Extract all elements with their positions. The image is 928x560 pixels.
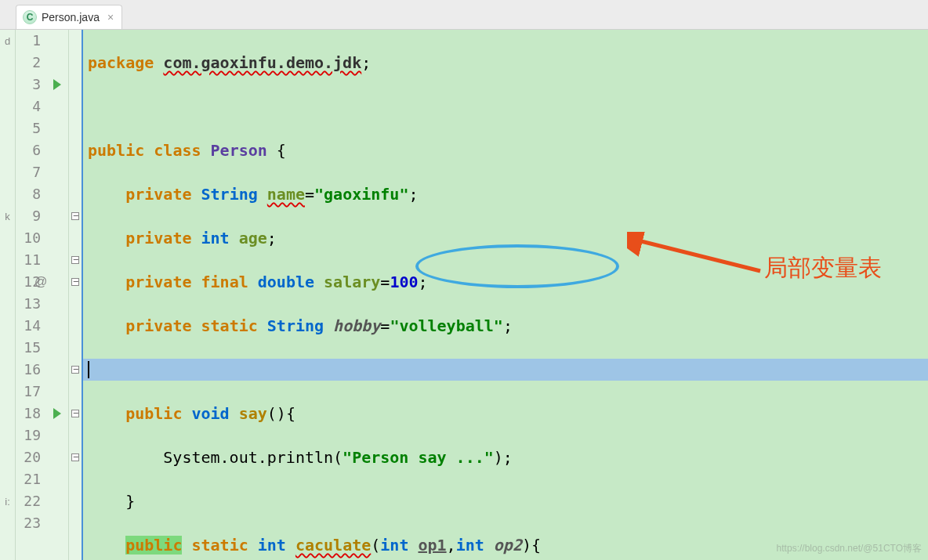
line-number: 13	[16, 293, 41, 315]
margin-marker: k	[0, 205, 15, 227]
line-number: 1	[16, 30, 41, 52]
text-caret	[88, 361, 89, 378]
override-gutter-icon[interactable]: @	[45, 271, 68, 293]
left-margin: d k i:	[0, 30, 16, 560]
code-line[interactable]: private int age;	[88, 227, 928, 249]
line-number: 18	[16, 403, 41, 425]
line-number: 22	[16, 490, 41, 512]
fold-toggle-icon[interactable]	[69, 403, 82, 425]
code-line[interactable]: public static int caculate(int op1,int o…	[88, 534, 928, 556]
fold-column	[69, 30, 83, 560]
code-line[interactable]: private final double salary=100;	[88, 271, 928, 293]
fold-toggle-icon[interactable]	[69, 249, 82, 271]
margin-marker: d	[0, 30, 15, 52]
code-area[interactable]: package com.gaoxinfu.demo.jdk; public cl…	[83, 30, 928, 560]
code-line[interactable]: private static String hobby="volleyball"…	[88, 315, 928, 337]
java-class-icon: C	[23, 10, 37, 24]
code-line[interactable]: private String name="gaoxinfu";	[88, 183, 928, 205]
line-number: 11	[16, 249, 41, 271]
line-number: 15	[16, 337, 41, 359]
run-gutter-icon[interactable]	[45, 74, 68, 96]
code-line[interactable]: public class Person {	[88, 139, 928, 161]
code-line[interactable]: package com.gaoxinfu.demo.jdk;	[88, 52, 928, 74]
line-number: 7	[16, 161, 41, 183]
line-number-gutter: 1 2 3 4 5 6 7 8 9 10 11 12 13 14 15 16 1…	[16, 30, 45, 560]
code-line-cursor[interactable]	[83, 359, 928, 381]
run-gutter-icon[interactable]	[45, 403, 68, 425]
line-number: 2	[16, 52, 41, 74]
fold-toggle-icon[interactable]	[69, 359, 82, 381]
fold-toggle-icon[interactable]	[69, 271, 82, 293]
close-icon[interactable]: ×	[107, 11, 114, 23]
fold-toggle-icon[interactable]	[69, 446, 82, 468]
line-number: 4	[16, 96, 41, 117]
code-line[interactable]: public void say(){	[88, 403, 928, 425]
tab-filename: Person.java	[42, 11, 100, 23]
line-number: 20	[16, 446, 41, 468]
line-number: 5	[16, 117, 41, 139]
line-number: 10	[16, 227, 41, 249]
line-number: 8	[16, 183, 41, 205]
margin-marker: i:	[0, 490, 15, 512]
fold-toggle-icon[interactable]	[69, 205, 82, 227]
gutter-icons: @	[45, 30, 69, 560]
tab-bar: C Person.java ×	[0, 0, 928, 30]
line-number: 21	[16, 468, 41, 490]
line-number: 3	[16, 74, 41, 96]
line-number: 17	[16, 381, 41, 403]
line-number: 6	[16, 139, 41, 161]
code-line[interactable]: }	[88, 490, 928, 512]
code-line[interactable]	[88, 96, 928, 117]
line-number: 9	[16, 205, 41, 227]
editor-tab[interactable]: C Person.java ×	[16, 5, 122, 29]
line-number: 16	[16, 359, 41, 381]
line-number: 23	[16, 512, 41, 534]
line-number: 19	[16, 425, 41, 446]
code-editor: d k i: 1 2 3 4 5 6 7 8 9 10 11 12 13 14 …	[0, 30, 928, 560]
code-line[interactable]: System.out.println("Person say ...");	[88, 446, 928, 468]
line-number: 14	[16, 315, 41, 337]
